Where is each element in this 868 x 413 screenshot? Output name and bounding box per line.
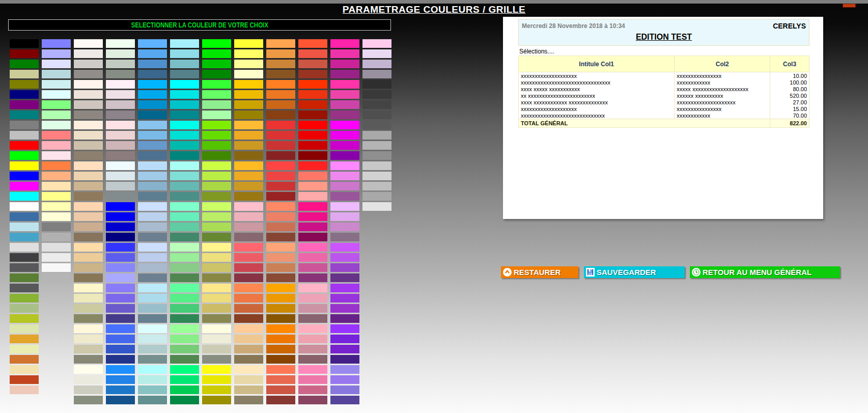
color-swatch[interactable] bbox=[266, 90, 295, 99]
color-swatch[interactable] bbox=[266, 314, 295, 323]
color-swatch[interactable] bbox=[10, 192, 39, 201]
color-swatch[interactable] bbox=[202, 70, 231, 78]
color-swatch[interactable] bbox=[234, 223, 263, 231]
color-swatch[interactable] bbox=[266, 396, 295, 404]
color-swatch[interactable] bbox=[74, 324, 103, 333]
color-swatch[interactable] bbox=[74, 182, 103, 190]
color-swatch[interactable] bbox=[362, 141, 391, 150]
color-swatch[interactable] bbox=[106, 161, 135, 170]
color-swatch[interactable] bbox=[170, 263, 199, 272]
color-swatch[interactable] bbox=[106, 212, 135, 221]
color-swatch[interactable] bbox=[266, 345, 295, 353]
color-swatch[interactable] bbox=[10, 345, 39, 353]
color-swatch[interactable] bbox=[138, 396, 167, 404]
color-swatch[interactable] bbox=[202, 60, 231, 68]
color-swatch[interactable] bbox=[362, 49, 391, 58]
color-swatch[interactable] bbox=[42, 80, 71, 89]
color-swatch[interactable] bbox=[138, 386, 167, 394]
color-swatch[interactable] bbox=[266, 161, 295, 170]
color-swatch[interactable] bbox=[266, 111, 295, 119]
color-swatch[interactable] bbox=[74, 386, 103, 394]
color-swatch[interactable] bbox=[298, 223, 327, 231]
color-swatch[interactable] bbox=[234, 80, 263, 89]
color-swatch[interactable] bbox=[170, 396, 199, 404]
color-swatch[interactable] bbox=[106, 151, 135, 160]
color-swatch[interactable] bbox=[266, 202, 295, 211]
color-swatch[interactable] bbox=[298, 396, 327, 404]
color-swatch[interactable] bbox=[170, 161, 199, 170]
color-swatch[interactable] bbox=[106, 192, 135, 201]
color-swatch[interactable] bbox=[202, 365, 231, 374]
color-swatch[interactable] bbox=[330, 192, 359, 201]
color-swatch[interactable] bbox=[106, 324, 135, 333]
color-swatch[interactable] bbox=[106, 365, 135, 374]
color-swatch[interactable] bbox=[10, 39, 39, 48]
color-swatch[interactable] bbox=[10, 355, 39, 364]
color-swatch[interactable] bbox=[362, 111, 391, 119]
color-swatch[interactable] bbox=[362, 80, 391, 89]
color-swatch[interactable] bbox=[170, 314, 199, 323]
color-swatch[interactable] bbox=[234, 192, 263, 201]
color-swatch[interactable] bbox=[74, 49, 103, 58]
color-swatch[interactable] bbox=[106, 39, 135, 48]
color-swatch[interactable] bbox=[10, 304, 39, 313]
color-swatch[interactable] bbox=[170, 294, 199, 302]
color-swatch[interactable] bbox=[74, 111, 103, 119]
color-swatch[interactable] bbox=[170, 111, 199, 119]
color-swatch[interactable] bbox=[330, 386, 359, 394]
color-swatch[interactable] bbox=[42, 182, 71, 190]
color-swatch[interactable] bbox=[42, 111, 71, 119]
color-swatch[interactable] bbox=[298, 233, 327, 241]
color-swatch[interactable] bbox=[138, 90, 167, 99]
color-swatch[interactable] bbox=[10, 80, 39, 89]
color-swatch[interactable] bbox=[42, 39, 71, 48]
color-swatch[interactable] bbox=[10, 151, 39, 160]
color-swatch[interactable] bbox=[170, 273, 199, 282]
color-swatch[interactable] bbox=[202, 355, 231, 364]
color-swatch[interactable] bbox=[106, 233, 135, 241]
color-swatch[interactable] bbox=[74, 131, 103, 140]
color-swatch[interactable] bbox=[138, 60, 167, 68]
color-swatch[interactable] bbox=[362, 39, 391, 48]
color-swatch[interactable] bbox=[298, 111, 327, 119]
color-swatch[interactable] bbox=[202, 335, 231, 343]
color-swatch[interactable] bbox=[362, 90, 391, 99]
color-swatch[interactable] bbox=[330, 90, 359, 99]
color-swatch[interactable] bbox=[266, 324, 295, 333]
color-swatch[interactable] bbox=[170, 202, 199, 211]
color-swatch[interactable] bbox=[10, 324, 39, 333]
color-swatch[interactable] bbox=[170, 212, 199, 221]
color-swatch[interactable] bbox=[74, 80, 103, 89]
color-swatch[interactable] bbox=[74, 90, 103, 99]
color-swatch[interactable] bbox=[106, 90, 135, 99]
color-swatch[interactable] bbox=[106, 121, 135, 129]
color-swatch[interactable] bbox=[138, 212, 167, 221]
color-swatch[interactable] bbox=[170, 284, 199, 292]
color-swatch[interactable] bbox=[330, 233, 359, 241]
color-swatch[interactable] bbox=[202, 39, 231, 48]
color-swatch[interactable] bbox=[330, 273, 359, 282]
color-swatch[interactable] bbox=[74, 375, 103, 384]
color-swatch[interactable] bbox=[106, 294, 135, 302]
color-swatch[interactable] bbox=[74, 70, 103, 78]
color-swatch[interactable] bbox=[74, 151, 103, 160]
color-swatch[interactable] bbox=[170, 324, 199, 333]
color-swatch[interactable] bbox=[170, 365, 199, 374]
color-swatch[interactable] bbox=[138, 223, 167, 231]
color-swatch[interactable] bbox=[42, 100, 71, 109]
color-swatch[interactable] bbox=[234, 111, 263, 119]
color-swatch[interactable] bbox=[234, 355, 263, 364]
color-swatch[interactable] bbox=[42, 121, 71, 129]
color-swatch[interactable] bbox=[298, 90, 327, 99]
color-swatch[interactable] bbox=[74, 263, 103, 272]
color-swatch[interactable] bbox=[234, 182, 263, 190]
color-swatch[interactable] bbox=[234, 324, 263, 333]
color-swatch[interactable] bbox=[10, 212, 39, 221]
color-swatch[interactable] bbox=[202, 396, 231, 404]
color-swatch[interactable] bbox=[170, 131, 199, 140]
color-swatch[interactable] bbox=[42, 253, 71, 262]
color-swatch[interactable] bbox=[234, 294, 263, 302]
color-swatch[interactable] bbox=[202, 151, 231, 160]
save-button[interactable]: SAUVEGARDER bbox=[584, 266, 685, 278]
color-swatch[interactable] bbox=[330, 212, 359, 221]
